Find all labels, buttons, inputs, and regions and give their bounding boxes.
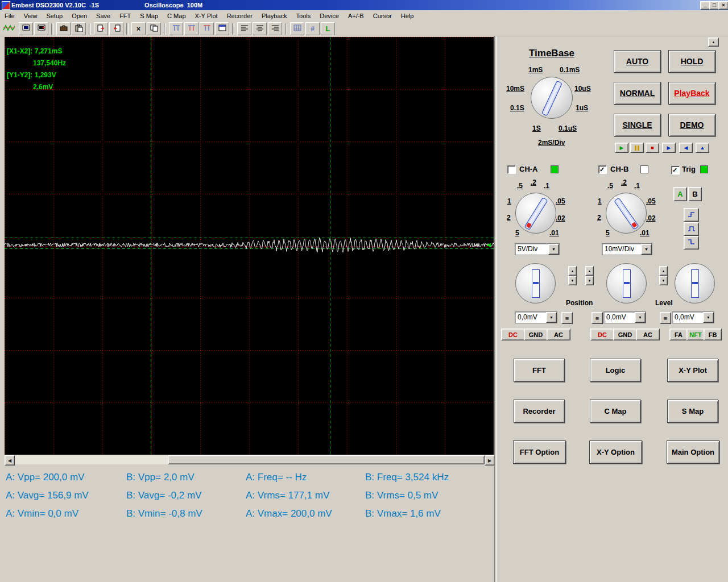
timebase-label-10us[interactable]: 10uS <box>574 85 591 92</box>
scope-hscrollbar[interactable]: ◀ ▶ <box>5 455 494 464</box>
timebase-label-01us[interactable]: 0.1uS <box>559 125 577 132</box>
cha-position-select[interactable]: 0,0mV ▼ <box>515 311 557 323</box>
cha-position-down-button[interactable]: ▼ <box>568 276 577 285</box>
menu-item-fft[interactable]: FFT <box>115 10 135 22</box>
cha-dial-2[interactable]: 2 <box>507 214 511 221</box>
menu-item-save[interactable]: Save <box>92 10 115 22</box>
menu-item-device[interactable]: Device <box>315 10 344 22</box>
cha-voltdiv-arrow[interactable]: ▼ <box>548 244 559 255</box>
cha-dial-5[interactable]: 5 <box>515 230 519 236</box>
timebase-knob[interactable] <box>531 77 573 119</box>
menu-item-smap[interactable]: S Map <box>135 10 163 22</box>
fft-option-button[interactable]: FFT Option <box>513 440 566 464</box>
menu-item-playback[interactable]: Playback <box>257 10 292 22</box>
chb-coupling-ac-button[interactable]: AC <box>636 329 660 340</box>
xy-plot-button[interactable]: X-Y Plot <box>667 359 718 382</box>
recorder-button[interactable]: Recorder <box>514 400 565 423</box>
menu-item-open[interactable]: Open <box>67 10 92 22</box>
chb-volt-knob[interactable] <box>606 193 647 234</box>
playback-button[interactable]: PlayBack <box>668 82 715 105</box>
auto-button[interactable]: AUTO <box>614 50 661 73</box>
cha-checkbox[interactable] <box>507 165 516 174</box>
trigger-falling-edge-button[interactable] <box>684 236 699 250</box>
close-button[interactable]: × <box>718 1 728 10</box>
chb-voltdiv-arrow[interactable]: ▼ <box>641 244 652 255</box>
trigger-filter-fa-button[interactable]: FA <box>669 329 688 340</box>
cha-position-reset-button[interactable]: ≡ <box>561 312 573 324</box>
trigger-level-reset-button[interactable]: ≡ <box>660 312 671 324</box>
dots-toggle-button[interactable]: # <box>305 22 320 35</box>
fft-button[interactable]: FFT <box>514 359 565 382</box>
timebase-label-1ms[interactable]: 1mS <box>528 66 543 73</box>
chb-position-knob[interactable] <box>606 263 647 304</box>
trigger-level-knob[interactable] <box>675 263 715 304</box>
cha-dial-05v[interactable]: .5 <box>517 182 523 189</box>
chb-position-reset-button[interactable]: ≡ <box>592 312 603 324</box>
cha-coupling-ac-button[interactable]: AC <box>547 329 570 340</box>
cha-voltdiv-select[interactable]: 5V/Div ▼ <box>515 243 560 255</box>
scroll-right-button[interactable]: ▶ <box>485 455 495 465</box>
trigger-rising-edge-button[interactable] <box>684 208 699 222</box>
chb-coupling-gnd-button[interactable]: GND <box>613 329 637 340</box>
logic-button[interactable]: Logic <box>590 359 641 382</box>
cha-dial-002[interactable]: .02 <box>556 215 565 222</box>
chb-dial-2[interactable]: 2 <box>597 214 601 221</box>
chb-position-arrow[interactable]: ▼ <box>635 312 646 323</box>
cursor-x2-button[interactable] <box>184 22 198 35</box>
chb-dial-01v[interactable]: .1 <box>634 182 640 189</box>
timebase-label-1us[interactable]: 1uS <box>576 105 588 111</box>
chb-position-select[interactable]: 0,0mV ▼ <box>603 311 646 323</box>
menu-item-cmap[interactable]: C Map <box>163 10 190 22</box>
pause-button[interactable] <box>630 143 644 153</box>
jump-end-button[interactable]: ▲ <box>696 143 709 153</box>
chb-dial-02v[interactable]: .2 <box>621 179 627 186</box>
align-left-button[interactable] <box>237 22 251 35</box>
c-map-button[interactable]: C Map <box>590 400 641 423</box>
cha-position-arrow[interactable]: ▼ <box>546 312 557 323</box>
chb-coupling-dc-button[interactable]: DC <box>590 329 614 340</box>
trigger-level-arrow[interactable]: ▼ <box>703 312 714 323</box>
chb-dial-1[interactable]: 1 <box>598 198 602 205</box>
menu-item-aplusb[interactable]: A+/-B <box>344 10 369 22</box>
chb-dial-002[interactable]: .02 <box>646 215 656 222</box>
menu-item-file[interactable]: File <box>0 10 19 22</box>
cursor-x1-button[interactable] <box>169 22 183 35</box>
chb-position-down-button[interactable]: ▼ <box>585 276 594 285</box>
stop-button[interactable]: ■ <box>646 143 659 153</box>
chb-voltdiv-select[interactable]: 10mV/Div ▼ <box>602 243 652 255</box>
scroll-left-button[interactable]: ◀ <box>5 455 15 465</box>
cha-dial-01v[interactable]: .1 <box>544 182 549 189</box>
trigger-source-b-button[interactable]: B <box>688 187 702 201</box>
trigger-pulse-button[interactable] <box>684 222 699 236</box>
copy-button[interactable] <box>147 22 161 35</box>
step-back-button[interactable]: ◀ <box>679 143 693 153</box>
trigger-level-down-button[interactable]: ▼ <box>659 276 668 285</box>
cha-position-knob[interactable] <box>515 263 556 304</box>
cha-position-slider[interactable] <box>532 269 540 298</box>
chb-dial-5[interactable]: 5 <box>606 230 610 236</box>
cha-dial-005[interactable]: .05 <box>556 198 565 205</box>
menu-item-cursor[interactable]: Cursor <box>369 10 396 22</box>
cha-coupling-dc-button[interactable]: DC <box>501 329 525 340</box>
trigger-level-select[interactable]: 0,0mV ▼ <box>672 311 714 323</box>
chb-dial-05v[interactable]: .5 <box>607 182 613 189</box>
export-b-button[interactable] <box>109 22 123 35</box>
chb-position-slider[interactable] <box>623 269 631 298</box>
trigger-level-marker[interactable]: ◄ <box>485 241 493 248</box>
trigger-filter-fb-button[interactable]: FB <box>704 329 722 340</box>
menu-item-setup[interactable]: Setup <box>42 10 67 22</box>
trigger-level-up-button[interactable]: ▲ <box>659 266 668 276</box>
trigger-level-slider[interactable] <box>691 269 699 298</box>
grid-toggle-button[interactable] <box>290 22 304 35</box>
cha-dial-1[interactable]: 1 <box>507 198 511 205</box>
scroll-thumb[interactable] <box>168 455 485 464</box>
delete-view-button[interactable]: × <box>131 22 146 35</box>
timebase-label-01s[interactable]: 0.1S <box>510 105 524 111</box>
screen-a-button[interactable] <box>19 22 33 35</box>
chb-dial-001[interactable]: .01 <box>640 230 650 236</box>
paste-button[interactable] <box>72 22 86 35</box>
cursor-y-button[interactable] <box>200 22 214 35</box>
trigger-source-a-button[interactable]: A <box>673 187 687 201</box>
export-a-button[interactable] <box>94 22 108 35</box>
trig-checkbox[interactable]: ✓ <box>671 166 680 174</box>
